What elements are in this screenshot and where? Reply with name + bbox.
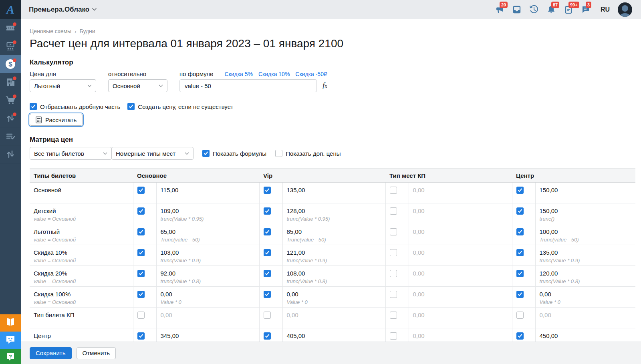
app-logo[interactable]: A (0, 0, 21, 19)
price-checkbox[interactable] (137, 270, 145, 277)
price-value-cell[interactable]: 115,00 (156, 183, 259, 203)
price-value-cell[interactable]: 100,00Trunc(value - 50) (535, 224, 635, 245)
price-value-cell[interactable]: 0,00 (535, 308, 635, 328)
sidebar-item-transfer[interactable] (0, 109, 21, 127)
price-value-cell[interactable]: 109,00trunc(Value * 0.95) (156, 203, 259, 224)
price-checkbox[interactable] (390, 249, 397, 256)
function-fx-icon[interactable]: fx (323, 81, 327, 90)
price-checkbox[interactable] (264, 228, 271, 235)
price-checkbox[interactable] (516, 312, 524, 319)
show-formulas-checkbox[interactable] (202, 150, 210, 157)
price-value-cell[interactable]: 135,00 (282, 183, 385, 203)
price-checkbox[interactable] (516, 332, 524, 340)
price-value-cell[interactable]: 0,00 (409, 183, 512, 203)
price-value-cell[interactable]: 128,00trunc(Value * 0.95) (282, 203, 385, 224)
truncate-checkbox[interactable] (30, 103, 37, 110)
price-checkbox[interactable] (516, 228, 524, 235)
price-value-cell[interactable]: 0,00 (409, 266, 512, 287)
show-additional-checkbox[interactable] (275, 150, 282, 157)
price-checkbox[interactable] (137, 249, 145, 256)
price-value-cell[interactable]: 405,00 (282, 328, 385, 342)
bell-icon[interactable]: 87 (546, 4, 556, 15)
price-checkbox[interactable] (264, 270, 271, 277)
sidebar-help-button[interactable]: ? (0, 349, 21, 364)
price-checkbox[interactable] (390, 228, 397, 235)
price-value-cell[interactable]: 0,00 (409, 203, 512, 224)
history-icon[interactable] (529, 4, 539, 15)
price-checkbox[interactable] (264, 207, 271, 215)
price-value-cell[interactable]: 103,00trunc(Value * 0.9) (156, 245, 259, 266)
breadcrumb-pricing-schemes[interactable]: Ценовые схемы (30, 28, 71, 34)
price-value-cell[interactable]: 0,00Value * 0 (535, 287, 635, 308)
price-value-cell[interactable]: 0,00 (409, 308, 512, 328)
price-checkbox[interactable] (516, 187, 524, 194)
sidebar-book-button[interactable] (0, 314, 21, 332)
sidebar-item-sort[interactable] (0, 145, 21, 163)
price-checkbox[interactable] (264, 291, 271, 298)
sidebar-item-tasks[interactable] (0, 127, 21, 145)
sidebar-item-cinema-hall[interactable] (0, 37, 21, 55)
price-value-cell[interactable]: 92,00trunc(Value * 0.8) (156, 266, 259, 287)
price-checkbox[interactable] (264, 249, 271, 256)
price-checkbox[interactable] (390, 187, 397, 194)
inbox-icon[interactable] (512, 4, 522, 15)
price-value-cell[interactable]: 120,00trunc(Value * 0.8) (535, 266, 635, 287)
price-value-cell[interactable]: 0,00Value * 0 (156, 287, 259, 308)
price-value-cell[interactable]: 0,00 (409, 245, 512, 266)
create-price-checkbox[interactable] (127, 103, 135, 110)
price-checkbox[interactable] (516, 249, 524, 256)
sidebar-item-pricing[interactable]: $ (0, 55, 21, 73)
price-value-cell[interactable]: 85,00Trunc(value - 50) (282, 224, 385, 245)
price-checkbox[interactable] (390, 270, 397, 277)
price-value-cell[interactable]: 135,00trunc(Value * 0.9) (535, 245, 635, 266)
price-value-cell[interactable]: 121,00trunc(Value * 0.9) (282, 245, 385, 266)
price-checkbox[interactable] (516, 291, 524, 298)
price-value-cell[interactable]: 0,00 (409, 224, 512, 245)
price-value-cell[interactable]: 0,00 (282, 308, 385, 328)
price-checkbox[interactable] (264, 187, 271, 194)
price-value-cell[interactable]: 108,00trunc(Value * 0.8) (282, 266, 385, 287)
price-checkbox[interactable] (264, 332, 271, 340)
price-checkbox[interactable] (137, 291, 145, 298)
price-checkbox[interactable] (137, 187, 145, 194)
quick-link-discount-50r[interactable]: Скидка -50₽ (295, 71, 327, 77)
price-checkbox[interactable] (264, 312, 271, 319)
price-checkbox[interactable] (137, 207, 145, 215)
relative-select[interactable]: Основной (108, 79, 167, 92)
price-checkbox[interactable] (516, 270, 524, 277)
price-checkbox[interactable] (516, 207, 524, 215)
calculate-button[interactable]: Рассчитать (30, 114, 83, 126)
app-title-menu[interactable]: Премьера.Облако (29, 6, 97, 14)
price-checkbox[interactable] (137, 312, 145, 319)
price-value-cell[interactable]: 450,00 (535, 328, 635, 342)
language-switcher[interactable]: RU (601, 6, 610, 13)
price-checkbox[interactable] (390, 291, 397, 298)
price-value-cell[interactable]: 345,00 (156, 328, 259, 342)
price-value-cell[interactable]: 0,00 (409, 328, 512, 342)
save-button[interactable]: Сохранить (30, 347, 72, 359)
price-for-select[interactable]: Льготный (30, 79, 96, 92)
ticket-type-filter[interactable]: Все типы билетов (30, 147, 112, 160)
formula-input[interactable]: value - 50 (179, 79, 317, 92)
price-checkbox[interactable] (390, 207, 397, 215)
price-checkbox[interactable] (390, 312, 397, 319)
price-checkbox[interactable] (137, 228, 145, 235)
megaphone-icon[interactable]: 20 (494, 4, 505, 15)
price-checkbox[interactable] (137, 332, 145, 340)
seat-type-filter[interactable]: Номерные типы мест (111, 147, 194, 160)
cancel-button[interactable]: Отменить (77, 347, 116, 359)
sidebar-item-building[interactable] (0, 73, 21, 91)
sidebar-chat-smile-button[interactable] (0, 332, 21, 349)
price-checkbox[interactable] (390, 332, 397, 340)
price-value-cell[interactable]: 65,00Trunc(value - 50) (156, 224, 259, 245)
chat-icon[interactable]: 3 (581, 4, 591, 15)
breadcrumb-weekdays[interactable]: Будни (80, 28, 95, 34)
clipboard-icon[interactable]: 99+ (563, 4, 574, 15)
price-value-cell[interactable]: 0,00 (409, 287, 512, 308)
price-value-cell[interactable]: 0,00Value * 0 (282, 287, 385, 308)
sidebar-item-tickets[interactable] (0, 19, 21, 37)
quick-link-discount-10[interactable]: Скидка 10% (258, 71, 290, 77)
sidebar-item-cart[interactable] (0, 91, 21, 109)
price-value-cell[interactable]: 150,00 (535, 183, 635, 203)
price-value-cell[interactable]: 150,00trunc() (535, 203, 635, 224)
